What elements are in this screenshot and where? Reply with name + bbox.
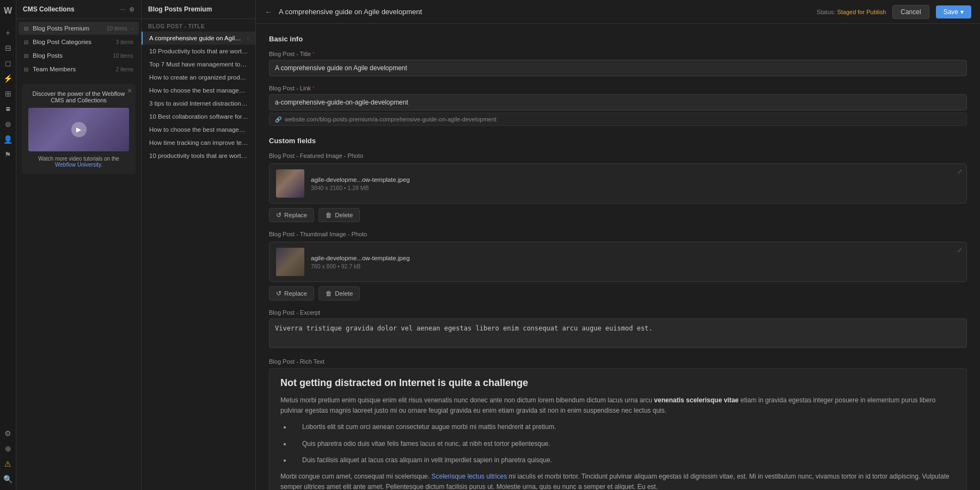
featured-image-label: Blog Post - Featured Image - Photo	[269, 152, 967, 159]
post-list-item[interactable]: How to choose the best management...	[142, 123, 255, 136]
collection-count: 10 items	[113, 53, 133, 59]
back-button[interactable]: ←	[265, 8, 272, 16]
featured-image-replace-button[interactable]: ↺ Replace	[269, 208, 314, 222]
post-list-item[interactable]: Top 7 Must have management tools f...	[142, 58, 255, 71]
thumbnail-image-name: agile-developme...ow-template.jpeg	[311, 255, 960, 261]
post-item-text: Top 7 Must have management tools f...	[149, 61, 249, 68]
featured-image-name: agile-developme...ow-template.jpeg	[311, 176, 960, 183]
warning-icon[interactable]: ⚠	[2, 457, 15, 470]
rich-text-field-group: Blog Post - Rich Text Not getting distra…	[269, 358, 967, 490]
featured-image-delete-button[interactable]: 🗑 Delete	[318, 208, 360, 222]
post-item-text: How to create an organized productiv...	[149, 74, 249, 81]
cms-collection-item[interactable]: ⊟ Blog Posts 10 items	[19, 49, 139, 62]
cms-panel-header: CMS Collections ··· ⊕	[16, 0, 141, 19]
post-item-text: How to choose the best management...	[149, 87, 249, 94]
rich-text-paragraph-2: Morbi congue cum amet, consequat mi scel…	[280, 471, 955, 490]
post-list-item[interactable]: 10 productivity tools that are worth c..…	[142, 149, 255, 162]
excerpt-textarea[interactable]: Viverra tristique gravida dolor vel aene…	[269, 318, 967, 348]
cms-collection-item[interactable]: ⊟ Blog Post Categories 3 items	[19, 35, 139, 48]
rich-text-field-label: Blog Post - Rich Text	[269, 358, 967, 365]
post-list-item[interactable]: How to choose the best management...	[142, 84, 255, 97]
status-badge[interactable]: Staged for Publish	[837, 9, 886, 15]
collection-name: Blog Posts	[33, 52, 108, 59]
page-title: A comprehensive guide on Agile developme…	[279, 8, 810, 16]
add-icon[interactable]: +	[2, 26, 15, 39]
list-item: Lobortis elit sit cum orci aenean consec…	[291, 421, 955, 432]
featured-image-expand-icon[interactable]: ⤢	[957, 168, 962, 175]
promo-close-icon[interactable]: ✕	[127, 87, 132, 95]
excerpt-field-group: Blog Post - Excerpt Viverra tristique gr…	[269, 309, 967, 350]
post-item-text: 10 Best collaboration software for you..…	[149, 113, 249, 120]
link-icon: 🔗	[275, 117, 281, 122]
posts-list: Blog Post - Title A comprehensive guide …	[142, 19, 255, 490]
post-list-item[interactable]: 10 Productivity tools that are worth c..…	[142, 45, 255, 58]
rich-text-paragraph-1: Metus morbi pretium enim quisque enim el…	[280, 395, 955, 416]
cms-collections-list: ⊟ Blog Posts Premium 10 items › ⊟ Blog P…	[16, 19, 141, 78]
rich-text-link[interactable]: Scelerisque lectus ultrices	[431, 473, 507, 480]
thumbnail-image-expand-icon[interactable]: ⤢	[957, 247, 962, 254]
flag-icon[interactable]: ⚑	[2, 148, 15, 161]
post-item-text: 3 tips to avoid Internet distractions at…	[149, 100, 249, 107]
cms-more-icon[interactable]: ···	[120, 5, 126, 13]
thumbnail-image-card: agile-developme...ow-template.jpeg 760 x…	[269, 242, 967, 282]
delete-label: Delete	[335, 212, 353, 218]
icon-bar: W + ⊟ ◻ ⚡ ⊞ ≡ ⊛ 👤 ⚑ ⚙ ⊕ ⚠ 🔍	[0, 0, 16, 490]
lightning-icon[interactable]: ⚡	[2, 72, 15, 85]
collection-name: Blog Posts Premium	[33, 25, 102, 32]
webflow-university-link[interactable]: Webflow University	[55, 162, 101, 168]
collection-icon: ⊟	[24, 26, 28, 32]
post-list-item[interactable]: A comprehensive guide on Agile deve... ›	[142, 32, 255, 45]
post-item-text: How time tracking can improve team ...	[149, 139, 249, 146]
settings-icon[interactable]: ⚙	[2, 427, 15, 440]
collection-name: Team Members	[33, 66, 112, 72]
cms-icon[interactable]: ≡	[2, 102, 15, 115]
featured-image-field-group: Blog Post - Featured Image - Photo agile…	[269, 152, 967, 222]
collection-count: 3 items	[116, 39, 133, 45]
user-icon[interactable]: 👤	[2, 133, 15, 146]
featured-image-info: agile-developme...ow-template.jpeg 3840 …	[311, 176, 960, 191]
save-label: Save	[944, 8, 958, 16]
delete-icon: 🗑	[326, 212, 332, 218]
cms-collection-item[interactable]: ⊟ Team Members 2 items	[19, 63, 139, 76]
post-item-text: A comprehensive guide on Agile deve...	[149, 35, 244, 41]
promo-play-icon[interactable]: ▶	[71, 122, 87, 137]
cancel-button[interactable]: Cancel	[892, 5, 929, 19]
post-list-item[interactable]: How time tracking can improve team ...	[142, 136, 255, 149]
cms-add-icon[interactable]: ⊕	[129, 5, 134, 13]
url-full-text: website.com/blog-posts-premium/a-compreh…	[285, 116, 497, 122]
posts-panel-header: Blog Posts Premium	[142, 0, 255, 19]
layers-icon[interactable]: ⊟	[2, 41, 15, 54]
title-input[interactable]	[269, 60, 967, 76]
cms-collection-item[interactable]: ⊟ Blog Posts Premium 10 items ›	[19, 22, 139, 35]
rich-text-content[interactable]: Not getting distracted on Internet is qu…	[269, 368, 967, 490]
link-input[interactable]	[269, 94, 967, 111]
collection-name: Blog Post Categories	[33, 39, 112, 45]
custom-fields-heading: Custom fields	[269, 137, 967, 145]
grid-icon[interactable]: ⊞	[2, 87, 15, 100]
post-item-arrow-icon: ›	[247, 35, 249, 41]
promo-video[interactable]: ▶	[28, 108, 129, 151]
integrations-icon[interactable]: ⊕	[2, 442, 15, 455]
thumbnail-image-replace-button[interactable]: ↺ Replace	[269, 286, 314, 301]
cms-collections-panel: CMS Collections ··· ⊕ ⊟ Blog Posts Premi…	[16, 0, 142, 490]
ecommerce-icon[interactable]: ⊛	[2, 118, 15, 131]
title-field-group: Blog Post - Title *	[269, 51, 967, 76]
post-item-text: How to choose the best management...	[149, 126, 249, 133]
collection-count: 2 items	[116, 66, 133, 72]
replace-icon: ↺	[276, 290, 281, 297]
featured-image-card: agile-developme...ow-template.jpeg 3840 …	[269, 163, 967, 204]
post-list-item[interactable]: 10 Best collaboration software for you..…	[142, 110, 255, 123]
delete-icon: 🗑	[326, 290, 332, 297]
search-icon[interactable]: 🔍	[2, 473, 15, 486]
collection-icon: ⊟	[24, 39, 28, 45]
shapes-icon[interactable]: ◻	[2, 57, 15, 70]
post-list-item[interactable]: How to create an organized productiv...	[142, 71, 255, 84]
save-button[interactable]: Save ▾	[936, 5, 971, 19]
replace-icon: ↺	[276, 211, 281, 219]
thumbnail-image-delete-button[interactable]: 🗑 Delete	[318, 286, 360, 301]
promo-watch-text: Watch more video tutorials on the Webflo…	[28, 156, 129, 168]
post-list-item[interactable]: 3 tips to avoid Internet distractions at…	[142, 97, 255, 110]
thumbnail-image-actions: ↺ Replace 🗑 Delete	[269, 286, 967, 301]
thumbnail-image-meta: 760 x 800 • 92.7 kB	[311, 263, 960, 270]
excerpt-field-label: Blog Post - Excerpt	[269, 309, 967, 316]
